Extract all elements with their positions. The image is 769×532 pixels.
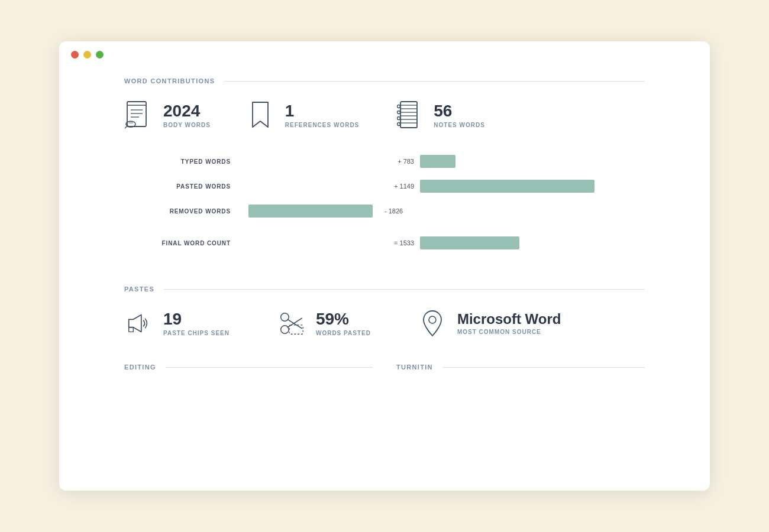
pasted-words-label: PASTED WORDS [124, 183, 231, 190]
svg-line-22 [287, 318, 302, 327]
paste-chips-stat: 19 PASTE CHIPS SEEN [124, 309, 230, 338]
svg-rect-19 [129, 327, 134, 332]
titlebar [59, 41, 710, 66]
pasted-words-value: + 1149 [379, 183, 420, 190]
removed-words-label: REMOVED WORDS [124, 208, 231, 215]
word-contributions-line [224, 81, 645, 82]
bar-chart: TYPED WORDS + 783 PASTED WORDS + 1149 [124, 153, 645, 259]
svg-point-21 [281, 313, 289, 321]
bottom-sections: EDITING TURNITIN [124, 364, 645, 387]
pastes-stats: 19 PASTE CHIPS SEEN [124, 309, 645, 338]
paste-chips-text: 19 PASTE CHIPS SEEN [163, 311, 230, 336]
common-source-number: Microsoft Word [457, 312, 561, 326]
word-contributions-title: WORD CONTRIBUTIONS [124, 77, 215, 85]
paste-chips-label: PASTE CHIPS SEEN [163, 330, 230, 336]
notes-words-text: 56 NOTES WORDS [434, 103, 485, 128]
body-words-stat: 2024 BODY WORDS [124, 101, 211, 129]
editing-line [166, 367, 373, 368]
turnitin-line [442, 367, 645, 368]
pastes-title: PASTES [124, 286, 154, 293]
references-words-text: 1 REFERENCES WORDS [285, 103, 359, 128]
references-words-label: REFERENCES WORDS [285, 122, 359, 128]
svg-point-18 [398, 123, 400, 126]
notebook-icon [395, 101, 423, 129]
svg-point-20 [281, 326, 289, 333]
turnitin-header: TURNITIN [396, 364, 645, 371]
notes-words-number: 56 [434, 103, 485, 119]
svg-point-15 [398, 105, 400, 108]
common-source-stat: Microsoft Word MOST COMMON SOURCE [418, 309, 561, 338]
pastes-line [164, 289, 645, 290]
common-source-text: Microsoft Word MOST COMMON SOURCE [457, 312, 561, 335]
svg-line-23 [287, 319, 302, 328]
editing-header: EDITING [124, 364, 373, 371]
notes-words-stat: 56 NOTES WORDS [395, 101, 485, 129]
minimize-button[interactable] [83, 51, 91, 59]
main-content: WORD CONTRIBUTIONS [59, 66, 710, 387]
word-contributions-header: WORD CONTRIBUTIONS [124, 77, 645, 85]
words-pasted-text: 59% WORDS PASTED [316, 311, 371, 336]
body-words-label: BODY WORDS [163, 122, 211, 128]
document-icon [124, 101, 153, 129]
words-pasted-stat: 59% WORDS PASTED [277, 309, 371, 338]
scissors-icon [277, 309, 305, 338]
typed-words-row: TYPED WORDS + 783 [124, 153, 645, 170]
references-words-stat: 1 REFERENCES WORDS [246, 101, 359, 129]
body-words-text: 2024 BODY WORDS [163, 103, 211, 128]
bookmark-icon [246, 101, 274, 129]
typed-words-value: + 783 [379, 158, 420, 165]
editing-title: EDITING [124, 364, 156, 371]
maximize-button[interactable] [96, 51, 104, 59]
close-button[interactable] [71, 51, 79, 59]
editing-section: EDITING [124, 364, 373, 387]
typed-words-label: TYPED WORDS [124, 158, 231, 165]
removed-words-value: - 1826 [379, 207, 420, 215]
paste-chips-number: 19 [163, 311, 230, 327]
pastes-header: PASTES [124, 286, 645, 293]
references-words-number: 1 [285, 103, 359, 119]
svg-point-16 [398, 111, 400, 114]
body-words-number: 2024 [163, 103, 211, 119]
final-word-count-pos-bar [420, 236, 645, 249]
word-contributions-stats: 2024 BODY WORDS 1 REFERENCES WORDS [124, 101, 645, 129]
app-window: WORD CONTRIBUTIONS [59, 41, 710, 491]
common-source-label: MOST COMMON SOURCE [457, 329, 561, 335]
svg-rect-24 [289, 325, 303, 334]
final-word-count-row: FINAL WORD COUNT = 1533 [124, 235, 645, 251]
words-pasted-number: 59% [316, 311, 371, 327]
words-pasted-label: WORDS PASTED [316, 330, 371, 336]
pasted-words-pos-bar [420, 180, 645, 193]
svg-point-17 [398, 117, 400, 120]
final-word-count-value: = 1533 [379, 239, 420, 246]
removed-words-row: REMOVED WORDS - 1826 [124, 203, 645, 219]
final-word-count-label: FINAL WORD COUNT [124, 240, 231, 246]
pasted-words-row: PASTED WORDS + 1149 [124, 178, 645, 194]
notes-words-label: NOTES WORDS [434, 122, 485, 128]
removed-words-neg-bar [231, 205, 379, 218]
svg-rect-7 [128, 122, 133, 124]
turnitin-section: TURNITIN [396, 364, 645, 387]
megaphone-icon [124, 309, 153, 338]
typed-words-pos-bar [420, 155, 645, 168]
location-pin-icon [418, 309, 447, 338]
turnitin-title: TURNITIN [396, 364, 433, 371]
svg-point-25 [429, 316, 436, 323]
